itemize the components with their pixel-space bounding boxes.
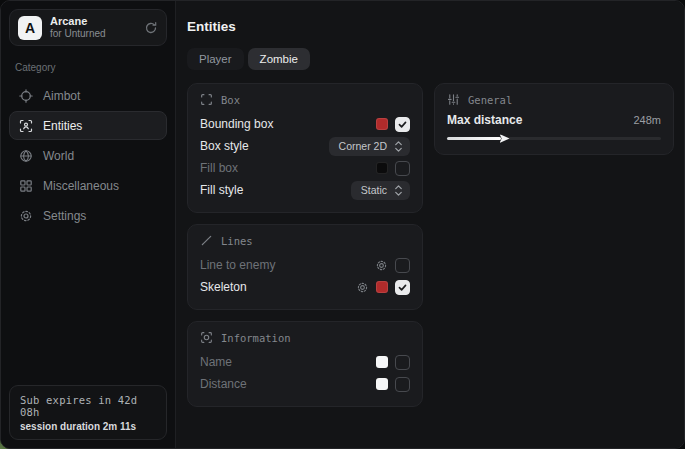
color-swatch[interactable]	[376, 378, 388, 390]
setting-label: Distance	[200, 377, 247, 391]
distance-checkbox[interactable]	[395, 377, 410, 392]
box-card-title: Box	[221, 94, 240, 106]
subscription-card: Sub expires in 42d 08h session duration …	[9, 385, 167, 440]
app-window: A Arcane for Unturned Category	[0, 0, 685, 449]
brand-name: Arcane	[50, 15, 136, 28]
sidebar-item-entities[interactable]: Entities	[9, 111, 167, 140]
session-duration: session duration 2m 11s	[20, 421, 156, 432]
grid-icon	[19, 179, 33, 193]
line-icon	[200, 234, 213, 247]
tab-bar: Player Zombie	[187, 48, 674, 70]
brand-subtitle: for Unturned	[50, 28, 136, 40]
setting-row-bounding-box: Bounding box	[200, 113, 410, 135]
skeleton-checkbox[interactable]	[395, 280, 410, 295]
fill-style-dropdown[interactable]: Static	[351, 181, 410, 200]
globe-icon	[19, 149, 33, 163]
slider-thumb[interactable]	[500, 134, 510, 143]
subscription-expiry: Sub expires in 42d 08h	[20, 394, 156, 418]
max-distance-value: 248m	[633, 114, 661, 126]
max-distance-label: Max distance	[447, 113, 522, 127]
color-swatch[interactable]	[376, 118, 388, 130]
gear-icon	[19, 209, 33, 223]
lines-card-header: Lines	[200, 234, 410, 247]
sidebar-item-label: Settings	[43, 209, 86, 223]
box-style-dropdown[interactable]: Corner 2D	[329, 137, 410, 156]
sidebar-item-settings[interactable]: Settings	[9, 201, 167, 230]
sidebar-item-label: Aimbot	[43, 89, 80, 103]
max-distance-slider[interactable]	[447, 137, 661, 140]
brand-card: A Arcane for Unturned	[9, 9, 167, 46]
bounding-box-checkbox[interactable]	[395, 117, 410, 132]
chevron-expand-icon	[394, 185, 403, 196]
box-corners-icon	[200, 93, 213, 106]
information-card-header: Information	[200, 331, 410, 344]
setting-label: Name	[200, 355, 232, 369]
brand-logo: A	[18, 16, 42, 40]
name-checkbox[interactable]	[395, 355, 410, 370]
line-to-enemy-checkbox[interactable]	[395, 258, 410, 273]
color-swatch[interactable]	[376, 281, 388, 293]
content-columns: Box Bounding box Box style	[187, 83, 674, 407]
setting-label: Skeleton	[200, 280, 247, 294]
sidebar-item-label: Entities	[43, 119, 82, 133]
page-title: Entities	[187, 19, 674, 34]
sidebar: A Arcane for Unturned Category	[1, 1, 176, 448]
lines-card: Lines Line to enemy	[187, 224, 423, 310]
color-swatch[interactable]	[376, 356, 388, 368]
sidebar-item-world[interactable]: World	[9, 141, 167, 170]
entities-scan-icon	[19, 119, 33, 133]
refresh-icon[interactable]	[144, 21, 158, 35]
lines-card-title: Lines	[221, 235, 253, 247]
sidebar-item-aimbot[interactable]: Aimbot	[9, 81, 167, 110]
sliders-icon	[447, 93, 460, 106]
sidebar-nav: Aimbot Entities	[9, 81, 167, 230]
setting-label: Box style	[200, 139, 249, 153]
info-scan-icon	[200, 331, 213, 344]
box-card: Box Bounding box Box style	[187, 83, 423, 213]
setting-label: Fill box	[200, 161, 238, 175]
setting-row-skeleton: Skeleton	[200, 276, 410, 298]
information-card-title: Information	[221, 332, 291, 344]
setting-row-box-style: Box style Corner 2D	[200, 135, 410, 157]
fill-box-checkbox[interactable]	[395, 161, 410, 176]
main-panel: Entities Player Zombie Box	[176, 1, 685, 448]
sidebar-item-label: Miscellaneous	[43, 179, 119, 193]
tab-player[interactable]: Player	[187, 48, 244, 70]
general-card-header: General	[447, 93, 661, 106]
setting-label: Bounding box	[200, 117, 273, 131]
chevron-expand-icon	[394, 141, 403, 152]
crosshair-icon	[19, 89, 33, 103]
color-swatch[interactable]	[376, 162, 388, 174]
setting-label: Fill style	[200, 183, 243, 197]
general-card-title: General	[468, 94, 512, 106]
box-card-header: Box	[200, 93, 410, 106]
brand-initial: A	[25, 20, 35, 36]
dropdown-value: Corner 2D	[339, 140, 387, 152]
category-label: Category	[15, 62, 161, 73]
sidebar-item-miscellaneous[interactable]: Miscellaneous	[9, 171, 167, 200]
dropdown-value: Static	[361, 184, 387, 196]
general-card: General Max distance 248m	[434, 83, 674, 155]
row-settings-gear-icon[interactable]	[356, 281, 369, 294]
sidebar-item-label: World	[43, 149, 74, 163]
tab-zombie[interactable]: Zombie	[248, 48, 310, 70]
slider-fill	[447, 137, 501, 140]
brand-text: Arcane for Unturned	[50, 15, 136, 39]
setting-row-line-to-enemy: Line to enemy	[200, 254, 410, 276]
setting-row-fill-style: Fill style Static	[200, 179, 410, 201]
setting-row-fill-box: Fill box	[200, 157, 410, 179]
max-distance-row: Max distance 248m	[447, 113, 661, 127]
setting-label: Line to enemy	[200, 258, 275, 272]
information-card: Information Name Distance	[187, 321, 423, 407]
setting-row-name: Name	[200, 351, 410, 373]
setting-row-distance: Distance	[200, 373, 410, 395]
row-settings-gear-icon[interactable]	[375, 259, 388, 272]
